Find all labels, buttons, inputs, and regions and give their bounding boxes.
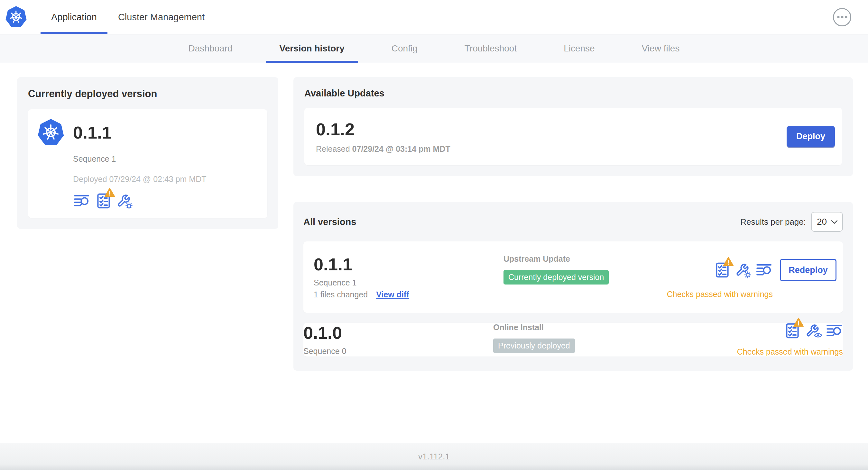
version-source: Upstream Update Currently deployed versi… bbox=[503, 254, 667, 299]
deployed-sequence: Sequence 1 bbox=[73, 154, 258, 164]
subnav-license[interactable]: License bbox=[550, 34, 608, 63]
subnav-view-files[interactable]: View files bbox=[628, 34, 693, 63]
right-column: Available Updates 0.1.2 Released 07/29/2… bbox=[293, 77, 853, 371]
subnav-dashboard[interactable]: Dashboard bbox=[175, 34, 246, 63]
all-versions-title: All versions bbox=[303, 217, 356, 227]
left-column: Currently deployed version bbox=[17, 77, 278, 229]
app-icon-kubernetes bbox=[38, 119, 64, 146]
kubernetes-logo-icon bbox=[5, 6, 27, 28]
files-changed-label: 1 files changed bbox=[314, 290, 368, 299]
tab-application-label: Application bbox=[51, 12, 97, 23]
main-content: Currently deployed version bbox=[0, 63, 868, 443]
results-per-page-label: Results per page: bbox=[740, 217, 806, 227]
currently-deployed-title: Currently deployed version bbox=[28, 88, 267, 100]
files-changed-line: 1 files changed View diff bbox=[314, 290, 503, 299]
version-sequence: Sequence 1 bbox=[314, 278, 503, 288]
app-footer: v1.112.1 bbox=[0, 443, 868, 470]
version-actions: Redeploy Checks passed with warnings bbox=[667, 259, 836, 299]
version-actions: Checks passed with warnings bbox=[737, 323, 843, 357]
deployed-version-number: 0.1.1 bbox=[73, 123, 258, 142]
status-badge: Previously deployed bbox=[493, 338, 575, 353]
tab-application[interactable]: Application bbox=[40, 0, 107, 34]
preflight-checks-warning-icon[interactable] bbox=[786, 323, 799, 339]
subnav-version-history[interactable]: Version history bbox=[266, 34, 358, 63]
version-action-icons bbox=[715, 262, 773, 278]
tab-cluster-management[interactable]: Cluster Management bbox=[107, 0, 215, 34]
update-info: 0.1.2 Released 07/29/24 @ 03:14 pm MDT bbox=[316, 119, 451, 154]
view-config-icon[interactable] bbox=[806, 324, 819, 338]
update-released-line: Released 07/29/24 @ 03:14 pm MDT bbox=[316, 144, 451, 154]
update-card: 0.1.2 Released 07/29/24 @ 03:14 pm MDT D… bbox=[304, 108, 842, 165]
edit-config-icon[interactable] bbox=[117, 194, 130, 208]
release-diff-icon[interactable] bbox=[826, 324, 843, 337]
gear-icon bbox=[744, 271, 751, 278]
version-actions-main bbox=[786, 323, 843, 339]
console-version: v1.112.1 bbox=[418, 452, 450, 462]
deployed-timestamp: Deployed 07/29/24 @ 02:43 pm MDT bbox=[73, 174, 258, 184]
top-bar: Application Cluster Management bbox=[0, 0, 868, 34]
version-info: 0.1.0 Sequence 0 bbox=[303, 323, 493, 357]
version-sequence: Sequence 0 bbox=[303, 346, 493, 356]
tab-cluster-management-label: Cluster Management bbox=[118, 12, 205, 23]
source-label: Upstream Update bbox=[503, 254, 667, 264]
version-actions-main: Redeploy bbox=[715, 259, 836, 281]
version-number: 0.1.1 bbox=[314, 254, 503, 274]
available-updates-panel: Available Updates 0.1.2 Released 07/29/2… bbox=[293, 77, 853, 176]
view-diff-link[interactable]: View diff bbox=[376, 290, 409, 299]
all-versions-panel: All versions Results per page: 20 bbox=[293, 202, 853, 371]
top-navigation: Application Cluster Management bbox=[40, 0, 215, 34]
checks-status: Checks passed with warnings bbox=[737, 347, 843, 357]
update-version-number: 0.1.2 bbox=[316, 119, 451, 139]
redeploy-button[interactable]: Redeploy bbox=[780, 259, 836, 281]
version-row: 0.1.1 Sequence 1 1 files changed View di… bbox=[303, 241, 843, 313]
version-info: 0.1.1 Sequence 1 1 files changed View di… bbox=[314, 254, 503, 299]
status-badge: Currently deployed version bbox=[503, 270, 609, 284]
overflow-menu-button[interactable] bbox=[833, 8, 851, 26]
deployed-version-card: 0.1.1 Sequence 1 Deployed 07/29/24 @ 02:… bbox=[28, 109, 267, 218]
warning-triangle-icon bbox=[793, 317, 804, 327]
checks-status: Checks passed with warnings bbox=[667, 290, 773, 299]
admin-console: Application Cluster Management Dashboard… bbox=[0, 0, 868, 470]
version-number: 0.1.0 bbox=[303, 323, 493, 343]
source-label: Online Install bbox=[493, 323, 737, 332]
edit-config-icon[interactable] bbox=[736, 263, 749, 277]
release-diff-icon[interactable] bbox=[73, 195, 90, 207]
released-timestamp: 07/29/24 @ 03:14 pm MDT bbox=[352, 144, 451, 153]
currently-deployed-panel: Currently deployed version bbox=[17, 77, 278, 229]
version-action-icons bbox=[786, 323, 843, 339]
results-per-page: Results per page: 20 bbox=[740, 212, 843, 232]
subnav-config[interactable]: Config bbox=[378, 34, 431, 63]
eye-icon bbox=[814, 332, 822, 338]
released-label: Released bbox=[316, 144, 350, 153]
all-versions-header: All versions Results per page: 20 bbox=[303, 212, 843, 232]
preflight-checks-warning-icon[interactable] bbox=[97, 193, 110, 209]
ellipsis-icon bbox=[837, 15, 848, 19]
available-updates-title: Available Updates bbox=[304, 88, 842, 99]
warning-triangle-icon bbox=[104, 188, 115, 197]
deployed-actions bbox=[73, 193, 258, 209]
warning-triangle-icon bbox=[723, 257, 734, 266]
version-source: Online Install Previously deployed bbox=[493, 323, 737, 357]
app-subnav: Dashboard Version history Config Trouble… bbox=[0, 34, 868, 63]
gear-icon bbox=[125, 202, 132, 209]
release-diff-icon[interactable] bbox=[755, 264, 773, 276]
results-per-page-value: 20 bbox=[817, 217, 827, 227]
preflight-checks-warning-icon[interactable] bbox=[715, 262, 729, 278]
chevron-down-icon bbox=[831, 220, 838, 224]
deploy-button[interactable]: Deploy bbox=[786, 126, 835, 147]
version-row: 0.1.0 Sequence 0 Online Install Previous… bbox=[303, 323, 843, 357]
results-per-page-select[interactable]: 20 bbox=[811, 212, 843, 232]
subnav-troubleshoot[interactable]: Troubleshoot bbox=[451, 34, 530, 63]
